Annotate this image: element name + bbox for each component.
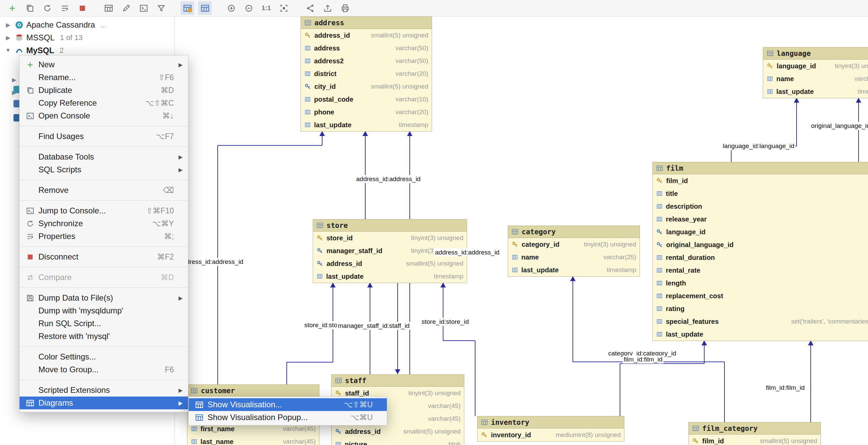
menu-item-open-console[interactable]: Open Console⌘↓ bbox=[20, 109, 188, 122]
table-column-row[interactable]: last_updatetimestamp bbox=[301, 118, 432, 131]
table-column-row[interactable]: last_namevarchar(45) bbox=[187, 435, 319, 445]
table-column-row[interactable]: last_updatetimestamp bbox=[763, 85, 868, 98]
menu-item-color-settings[interactable]: Color Settings... bbox=[20, 350, 188, 363]
table-column-row[interactable]: city_idsmallint(5) unsigned bbox=[301, 80, 432, 93]
menu-item-diagrams[interactable]: Diagrams▶ bbox=[20, 397, 188, 409]
table-header[interactable]: store bbox=[313, 219, 467, 232]
tree-item-apache-cassandra[interactable]: ▶Apache Cassandra... bbox=[0, 19, 175, 31]
menu-item-database-tools[interactable]: Database Tools▶ bbox=[20, 150, 188, 163]
chevron-right-icon[interactable]: ▶ bbox=[4, 22, 12, 29]
table-column-row[interactable]: language_idtinyint(3) unsigned bbox=[763, 60, 868, 72]
chevron-down-icon[interactable]: ▼ bbox=[4, 47, 12, 54]
diagram-table-inventory[interactable]: inventoryinventory_idmediumint(8) unsign… bbox=[477, 416, 624, 442]
print-icon[interactable] bbox=[338, 1, 352, 15]
menu-item-move-to-group[interactable]: Move to Group...F6 bbox=[20, 363, 188, 376]
table-column-row[interactable]: address_idsmallint(5) unsigned bbox=[332, 425, 464, 438]
menu-item-restore-with-mysql[interactable]: Restore with 'mysql' bbox=[20, 330, 188, 343]
menu-item-duplicate[interactable]: Duplicate⌘D bbox=[20, 84, 188, 97]
table-header[interactable]: staff bbox=[332, 375, 464, 387]
table-header[interactable]: customer bbox=[187, 385, 319, 397]
menu-item-scripted-extensions[interactable]: Scripted Extensions▶ bbox=[20, 384, 188, 397]
table-column-row[interactable]: rental_rate bbox=[653, 264, 868, 277]
table-column-row[interactable]: inventory_idmediumint(8) unsigned bbox=[477, 429, 624, 441]
chevron-right-icon[interactable]: ▶ bbox=[4, 34, 12, 41]
menu-item-run-sql-script[interactable]: Run SQL Script... bbox=[20, 317, 188, 330]
diagram-table-film-category[interactable]: film_categoryfilm_idsmallint(5) unsigned bbox=[688, 422, 821, 445]
table-column-row[interactable]: rental_duration bbox=[653, 251, 868, 264]
share-icon[interactable] bbox=[303, 1, 317, 15]
diagram-table-film[interactable]: filmfilm_idtitledescriptionrelease_yearl… bbox=[652, 162, 868, 341]
table-column-row[interactable]: phonevarchar(20) bbox=[301, 106, 432, 118]
export-icon[interactable] bbox=[321, 1, 334, 15]
table-column-row[interactable]: description bbox=[653, 200, 868, 213]
table-column-row[interactable]: namevarchar(25) bbox=[508, 251, 640, 264]
table-icon[interactable] bbox=[102, 1, 115, 15]
column-icon bbox=[335, 441, 342, 445]
diagram-table-category[interactable]: categorycategory_idtinyint(3) unsignedna… bbox=[508, 226, 640, 277]
menu-item-sql-scripts[interactable]: SQL Scripts▶ bbox=[20, 163, 188, 176]
table-column-row[interactable]: ratingenum('G', 'PG', 'PG-13', 'R', 'NC-… bbox=[653, 302, 868, 315]
table-header[interactable]: film bbox=[653, 162, 868, 174]
diagram-table-address[interactable]: addressaddress_idsmallint(5) unsignedadd… bbox=[301, 16, 432, 132]
table-column-row[interactable]: special_featuresset('trailers', 'comment… bbox=[653, 315, 868, 328]
table-header[interactable]: address bbox=[301, 17, 432, 29]
menu-item-remove[interactable]: Remove⌫ bbox=[20, 184, 188, 197]
column-name: address2 bbox=[314, 57, 344, 65]
fit-content-icon[interactable] bbox=[277, 1, 290, 15]
diagram-table-language[interactable]: languagelanguage_idtinyint(3) unsignedna… bbox=[763, 47, 868, 98]
data-source-properties-icon[interactable] bbox=[58, 1, 71, 15]
table-column-row[interactable]: last_updatetimestamp bbox=[508, 264, 640, 276]
stop-icon[interactable] bbox=[75, 1, 89, 15]
menu-item-show-visualisation[interactable]: Show Visualisation...⌥⇧⌘U bbox=[189, 398, 387, 411]
menu-item-dump-with-mysqldump[interactable]: Dump with 'mysqldump' bbox=[20, 304, 188, 317]
menu-item-copy-reference[interactable]: Copy Reference⌥⇧⌘C bbox=[20, 97, 188, 109]
table-column-row[interactable]: original_language_id bbox=[653, 238, 868, 251]
tree-item-mssql[interactable]: ▶MSSQL1 of 13 bbox=[0, 31, 175, 44]
menu-item-find-usages[interactable]: Find Usages⌥F7 bbox=[20, 130, 188, 143]
table-column-row[interactable]: last_updatetimestamp bbox=[313, 270, 467, 283]
table-column-row[interactable]: address_idsmallint(5) unsigned bbox=[301, 29, 432, 42]
table-column-row[interactable]: category_idtinyint(3) unsigned bbox=[508, 238, 640, 251]
table-header[interactable]: film_category bbox=[689, 422, 820, 435]
table-column-row[interactable]: address2varchar(50) bbox=[301, 55, 432, 67]
copy-icon[interactable] bbox=[23, 1, 36, 15]
table-column-row[interactable]: film_idsmallint(5) unsigned bbox=[689, 435, 820, 445]
diagram-icon[interactable] bbox=[181, 1, 194, 15]
menu-item-synchronize[interactable]: Synchronize⌥⌘Y bbox=[20, 217, 188, 230]
diagram-popup-icon[interactable] bbox=[198, 1, 212, 15]
menu-item-properties[interactable]: Properties⌘; bbox=[20, 230, 188, 243]
console-icon[interactable] bbox=[137, 1, 150, 15]
menu-item-show-visualisation-popup[interactable]: Show Visualisation Popup...⌥⌘U bbox=[189, 411, 387, 424]
tree-stub-expand-icon[interactable]: ▶ bbox=[10, 76, 18, 83]
actual-size-button[interactable]: 1:1 bbox=[259, 1, 273, 15]
menu-item-dump-data-to-file-s[interactable]: Dump Data to File(s)▶ bbox=[20, 292, 188, 304]
edit-icon[interactable] bbox=[119, 1, 133, 15]
table-column-row[interactable]: address_idsmallint(5) unsigned bbox=[313, 257, 467, 270]
table-column-row[interactable]: districtvarchar(20) bbox=[301, 67, 432, 80]
table-header[interactable]: category bbox=[508, 226, 640, 238]
table-column-row[interactable]: title bbox=[653, 187, 868, 200]
table-column-row[interactable]: length bbox=[653, 277, 868, 289]
table-column-row[interactable]: pictureblob bbox=[332, 438, 464, 445]
menu-item-new[interactable]: New▶ bbox=[20, 58, 188, 71]
table-column-row[interactable]: film_id bbox=[653, 174, 868, 187]
table-column-row[interactable]: namevarchar(20) bbox=[763, 72, 868, 85]
column-icon bbox=[656, 293, 663, 299]
refresh-icon[interactable] bbox=[40, 1, 54, 15]
menu-item-jump-to-console[interactable]: Jump to Console...⇧⌘F10 bbox=[20, 204, 188, 217]
table-column-row[interactable]: release_year bbox=[653, 213, 868, 226]
table-header[interactable]: inventory bbox=[477, 416, 624, 429]
table-column-row[interactable]: addressvarchar(50) bbox=[301, 42, 432, 55]
zoom-out-icon[interactable] bbox=[242, 1, 255, 15]
table-column-row[interactable]: language_id bbox=[653, 226, 868, 238]
menu-item-disconnect[interactable]: Disconnect⌘F2 bbox=[20, 250, 188, 263]
add-icon[interactable] bbox=[5, 1, 19, 15]
table-column-row[interactable]: replacement_cost bbox=[653, 289, 868, 302]
table-column-row[interactable]: last_update bbox=[653, 328, 868, 341]
filter-icon[interactable] bbox=[154, 1, 168, 15]
table-column-row[interactable]: store_idtinyint(3) unsigned bbox=[313, 232, 467, 244]
table-header[interactable]: language bbox=[763, 47, 868, 60]
table-column-row[interactable]: postal_codevarchar(10) bbox=[301, 93, 432, 106]
menu-item-rename[interactable]: Rename...⇧F6 bbox=[20, 71, 188, 84]
zoom-in-icon[interactable] bbox=[224, 1, 238, 15]
